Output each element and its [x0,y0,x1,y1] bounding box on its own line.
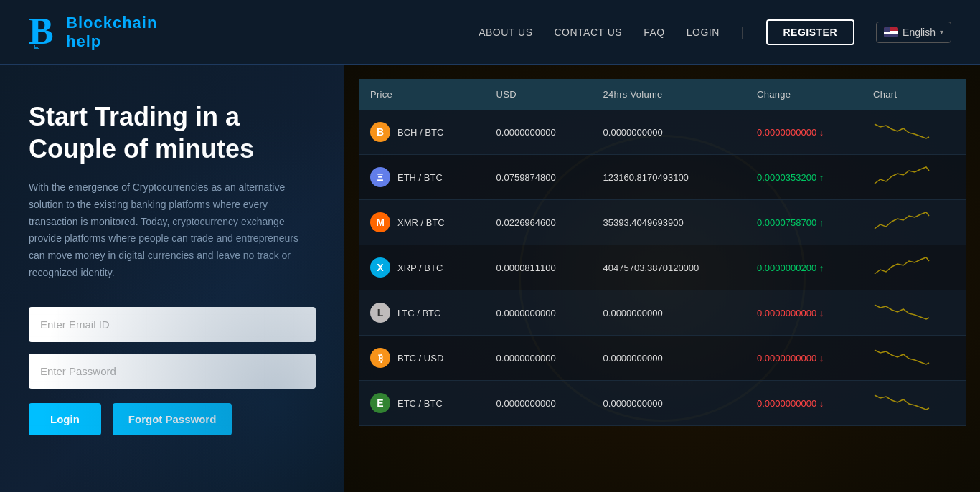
coin-icon-etc: E [370,393,390,413]
table-header-row: Price USD 24hrs Volume Change Chart [359,79,966,110]
volume-cell: 0.0000000000 [592,381,745,426]
chart-cell [862,381,966,426]
pair-cell: E ETC / BTC [359,381,485,426]
main-layout: Start Trading in a Couple of minutes Wit… [0,65,980,492]
pair-label: XMR / BTC [397,217,445,228]
logo-text: Blockchain help [66,14,157,51]
hero-description: With the emergence of Cryptocurrencies a… [29,179,316,282]
coin-icon-xrp: X [370,257,390,278]
table-body: B BCH / BTC 0.0000000000 0.0000000000 0.… [359,110,966,426]
pair-label: BTC / USD [397,353,443,364]
nav-about[interactable]: ABOUT US [479,27,532,38]
table-head: Price USD 24hrs Volume Change Chart [359,79,966,110]
table-row: Ξ ETH / BTC 0.0759874800 123160.81704931… [359,155,966,200]
pair-cell: L LTC / BTC [359,290,485,336]
crypto-table: Price USD 24hrs Volume Change Chart B BC… [359,79,966,426]
volume-cell: 0.0000000000 [592,290,745,336]
pair-label: LTC / BTC [397,308,440,318]
password-input[interactable] [29,354,316,389]
chart-cell [862,200,966,245]
change-cell: 0.0000000000 ↓ [745,336,862,381]
table-row: L LTC / BTC 0.0000000000 0.0000000000 0.… [359,290,966,336]
nav-contact[interactable]: CONTACT US [555,27,623,38]
main-nav: ABOUT US CONTACT US FAQ LOGIN | REGISTER… [479,19,951,45]
volume-cell: 0.0000000000 [592,336,745,381]
price-cell: 0.0226964600 [485,200,592,245]
nav-login[interactable]: LOGIN [687,27,720,38]
coin-icon-btc: ₿ [370,348,390,368]
chart-cell [862,245,966,290]
col-price: Price [359,79,485,110]
button-row: Login Forgot Password [29,403,316,435]
mini-chart [873,389,930,415]
pair-cell: Ξ ETH / BTC [359,155,485,200]
mini-chart [873,254,930,279]
chevron-down-icon: ▾ [940,28,943,36]
logo-icon: B [29,9,60,55]
pair-label: ETH / BTC [397,172,443,183]
col-volume: 24hrs Volume [592,79,745,110]
chart-cell [862,336,966,381]
table-row: M XMR / BTC 0.0226964600 35393.404969390… [359,200,966,245]
chart-cell [862,155,966,200]
language-selector[interactable]: English ▾ [876,22,951,43]
svg-text:B: B [29,11,54,49]
price-cell: 0.0759874800 [485,155,592,200]
logo-line1: Blockchain [66,14,157,32]
col-change: Change [745,79,862,110]
volume-cell: 123160.8170493100 [592,155,745,200]
language-label: English [903,27,936,38]
coin-icon-ltc: L [370,303,390,323]
coin-icon-xmr: M [370,212,390,232]
logo-line2: help [66,32,157,51]
price-cell: 0.0000811100 [485,245,592,290]
price-cell: 0.0000000000 [485,381,592,426]
change-cell: 0.0000353200 ↑ [745,155,862,200]
table-row: B BCH / BTC 0.0000000000 0.0000000000 0.… [359,110,966,155]
left-panel: Start Trading in a Couple of minutes Wit… [0,65,344,492]
change-cell: 0.0000000000 ↓ [745,381,862,426]
logo[interactable]: B Blockchain help [29,9,157,55]
crypto-table-wrapper: Price USD 24hrs Volume Change Chart B BC… [359,79,966,426]
change-cell: 0.0000000000 ↓ [745,290,862,336]
nav-faq[interactable]: FAQ [644,27,665,38]
price-cell: 0.0000000000 [485,336,592,381]
right-panel: Price USD 24hrs Volume Change Chart B BC… [344,65,980,492]
hero-title: Start Trading in a Couple of minutes [29,100,316,165]
chart-cell [862,290,966,336]
chart-cell [862,110,966,155]
coin-icon-bch: B [370,122,390,142]
change-cell: 0.0000758700 ↑ [745,200,862,245]
mini-chart [873,344,930,369]
coin-icon-eth: Ξ [370,167,390,187]
pair-cell: ₿ BTC / USD [359,336,485,381]
pair-cell: B BCH / BTC [359,110,485,155]
table-row: E ETC / BTC 0.0000000000 0.0000000000 0.… [359,381,966,426]
volume-cell: 0.0000000000 [592,110,745,155]
price-cell: 0.0000000000 [485,290,592,336]
login-button[interactable]: Login [29,403,101,435]
nav-divider: | [741,24,745,39]
table-row: ₿ BTC / USD 0.0000000000 0.0000000000 0.… [359,336,966,381]
pair-label: XRP / BTC [397,262,443,273]
header: B Blockchain help ABOUT US CONTACT US FA… [0,0,980,65]
register-button[interactable]: REGISTER [766,19,855,45]
table-row: X XRP / BTC 0.0000811100 40475703.387012… [359,245,966,290]
volume-cell: 40475703.3870120000 [592,245,745,290]
flag-icon [884,27,898,37]
col-usd: USD [485,79,592,110]
email-input[interactable] [29,307,316,342]
mini-chart [873,164,930,189]
mini-chart [873,118,930,143]
col-chart: Chart [862,79,966,110]
volume-cell: 35393.4049693900 [592,200,745,245]
mini-chart [873,299,930,324]
change-cell: 0.0000000000 ↓ [745,110,862,155]
pair-cell: X XRP / BTC [359,245,485,290]
forgot-password-button[interactable]: Forgot Password [113,403,232,435]
pair-label: ETC / BTC [397,398,443,409]
change-cell: 0.0000000200 ↑ [745,245,862,290]
mini-chart [873,209,930,234]
price-cell: 0.0000000000 [485,110,592,155]
pair-label: BCH / BTC [397,127,443,138]
